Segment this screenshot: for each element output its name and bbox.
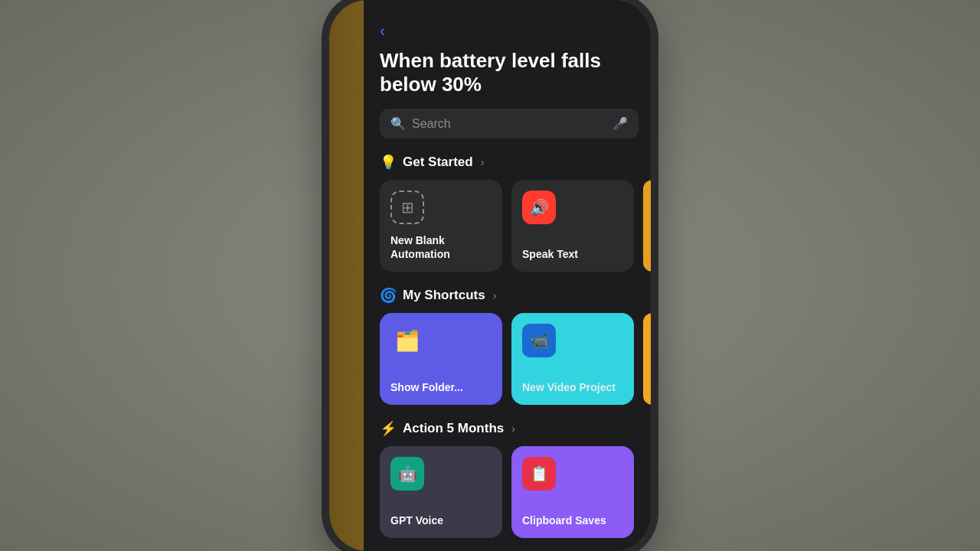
get-started-icon: 💡	[380, 154, 397, 171]
mic-icon[interactable]: 🎤	[612, 116, 628, 131]
get-started-title: Get Started	[403, 155, 473, 170]
back-chevron-icon: ‹	[380, 23, 385, 40]
new-video-project-label: New Video Project	[522, 380, 623, 394]
show-folder-icon: 🗂️	[390, 324, 424, 357]
blank-automation-icon: ⊞	[390, 191, 424, 224]
card-speak-text[interactable]: 🔊 Speak Text	[511, 180, 634, 272]
new-blank-automation-label: New Blank Automation	[390, 233, 492, 261]
clipboard-saves-label: Clipboard Saves	[522, 514, 623, 527]
card-content: 🤖 GPT Voice	[390, 457, 492, 527]
action-5-months-cards: 🤖 GPT Voice 📋 Clipboard Saves	[380, 446, 639, 538]
section-header-action-5-months[interactable]: ⚡ Action 5 Months ›	[380, 420, 639, 437]
gpt-voice-icon: 🤖	[390, 457, 424, 491]
back-button[interactable]: ‹	[380, 23, 639, 40]
section-my-shortcuts: 🌀 My Shortcuts › 🗂️ Show Folder...	[380, 287, 639, 405]
content-area: ‹ When battery level falls below 30% 🔍 S…	[368, 0, 651, 551]
card-new-blank-automation[interactable]: ⊞ New Blank Automation	[380, 180, 502, 272]
gpt-voice-label: GPT Voice	[390, 514, 492, 527]
phone-screen: ‹ When battery level falls below 30% 🔍 S…	[329, 0, 651, 551]
card-clipboard-saves[interactable]: 📋 Clipboard Saves	[511, 446, 634, 538]
action-5-months-title: Action 5 Months	[403, 421, 504, 436]
phone-frame: ‹ When battery level falls below 30% 🔍 S…	[329, 0, 651, 551]
search-input[interactable]: Search	[412, 117, 606, 131]
my-shortcuts-title: My Shortcuts	[403, 288, 485, 303]
section-header-my-shortcuts[interactable]: 🌀 My Shortcuts ›	[380, 287, 639, 304]
card-peek-2[interactable]	[643, 313, 651, 405]
action-5-months-chevron-icon: ›	[511, 422, 515, 435]
my-shortcuts-icon: 🌀	[380, 287, 397, 304]
get-started-chevron-icon: ›	[481, 156, 485, 168]
card-show-folder[interactable]: 🗂️ Show Folder...	[380, 313, 502, 405]
section-action-5-months: ⚡ Action 5 Months › 🤖 GPT Voice	[380, 420, 639, 538]
section-get-started: 💡 Get Started › ⊞ New Blank Automation	[380, 154, 639, 272]
card-new-video-project[interactable]: 📹 New Video Project	[511, 313, 634, 405]
page-title: When battery level falls below 30%	[380, 49, 639, 96]
speak-text-icon: 🔊	[522, 191, 556, 224]
card-peek-1[interactable]	[643, 180, 651, 272]
my-shortcuts-chevron-icon: ›	[493, 289, 497, 302]
clipboard-saves-icon: 📋	[522, 457, 556, 491]
action-5-months-icon: ⚡	[380, 420, 397, 437]
section-header-get-started[interactable]: 💡 Get Started ›	[380, 154, 639, 171]
card-content: 🗂️ Show Folder...	[390, 324, 492, 394]
card-content: 📋 Clipboard Saves	[522, 457, 623, 527]
my-shortcuts-cards: 🗂️ Show Folder... 📹 New Video Project	[380, 313, 639, 405]
card-gpt-voice[interactable]: 🤖 GPT Voice	[380, 446, 502, 538]
search-bar[interactable]: 🔍 Search 🎤	[380, 109, 639, 139]
card-content: 🔊 Speak Text	[522, 191, 623, 261]
get-started-cards: ⊞ New Blank Automation 🔊 Speak Text	[380, 180, 639, 272]
card-content: 📹 New Video Project	[522, 324, 623, 394]
speak-text-label: Speak Text	[522, 247, 623, 261]
new-video-icon: 📹	[522, 324, 556, 357]
show-folder-label: Show Folder...	[390, 380, 492, 394]
left-decoration	[329, 0, 364, 551]
search-icon: 🔍	[390, 116, 406, 131]
card-content: ⊞ New Blank Automation	[390, 191, 492, 261]
